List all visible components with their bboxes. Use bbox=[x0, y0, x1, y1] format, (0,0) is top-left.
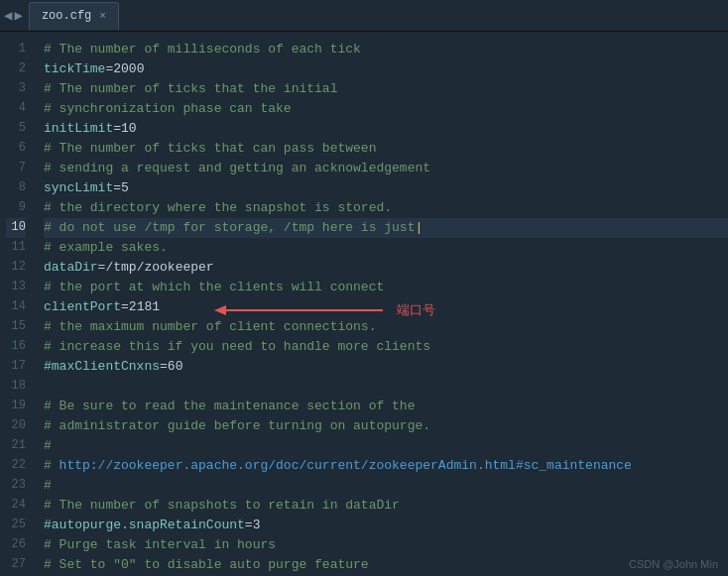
key-text: #maxClientCnxns bbox=[44, 357, 160, 377]
separator: = bbox=[98, 258, 106, 278]
code-line: # bbox=[44, 436, 728, 456]
code-line: tickTime=2000 bbox=[44, 59, 728, 79]
line-number: 10 bbox=[6, 218, 26, 238]
line-number: 17 bbox=[6, 357, 26, 377]
comment-text: # sending a request and getting an ackno… bbox=[44, 159, 430, 178]
code-area[interactable]: 端口号 # The number of milliseconds of each… bbox=[36, 32, 728, 576]
code-line: # The number of ticks that the initial bbox=[44, 79, 728, 99]
separator: = bbox=[245, 516, 253, 535]
comment-text: # The number of ticks that can pass betw… bbox=[44, 139, 376, 159]
line-numbers: 1234567891011121314151617181920212223242… bbox=[0, 32, 36, 576]
tab-bar: ◀ ▶ zoo.cfg × bbox=[0, 0, 728, 32]
separator: = bbox=[160, 357, 168, 377]
editor-body: 1234567891011121314151617181920212223242… bbox=[0, 32, 728, 576]
code-line: syncLimit=5 bbox=[44, 178, 728, 198]
comment-text: # Be sure to read the maintenance sectio… bbox=[44, 397, 415, 416]
key-text: dataDir bbox=[44, 258, 98, 278]
url-comment: # http://zookeeper.apache.org/doc/curren… bbox=[44, 456, 632, 476]
code-line: clientPort=2181 bbox=[44, 297, 728, 317]
code-line: # The number of milliseconds of each tic… bbox=[44, 40, 728, 59]
back-arrow[interactable]: ◀ bbox=[4, 7, 12, 24]
key-text: syncLimit bbox=[44, 178, 113, 198]
code-line: initLimit=10 bbox=[44, 119, 728, 139]
code-line: dataDir=/tmp/zookeeper bbox=[44, 258, 728, 278]
comment-text: # increase this if you need to handle mo… bbox=[44, 337, 430, 357]
code-line: # the port at which the clients will con… bbox=[44, 278, 728, 297]
line-number: 20 bbox=[6, 416, 26, 436]
code-line: #autopurge.snapRetainCount=3 bbox=[44, 516, 728, 535]
key-text: tickTime bbox=[44, 59, 105, 79]
file-tab[interactable]: zoo.cfg × bbox=[29, 2, 119, 30]
line-number: 2 bbox=[6, 59, 26, 79]
code-line: # the maximum number of client connectio… bbox=[44, 317, 728, 337]
nav-arrows: ◀ ▶ bbox=[4, 7, 23, 24]
code-line: # Purge task interval in hours bbox=[44, 535, 728, 555]
comment-text: # bbox=[44, 436, 52, 456]
key-text: #autopurge.snapRetainCount bbox=[44, 516, 245, 535]
line-number: 24 bbox=[6, 496, 26, 516]
comment-text: # Set to "0" to disable auto purge featu… bbox=[44, 555, 369, 575]
comment-text: # Purge task interval in hours bbox=[44, 535, 276, 555]
value-text: 3 bbox=[253, 516, 261, 535]
line-number: 1 bbox=[6, 40, 26, 59]
watermark: CSDN @John Min bbox=[629, 558, 718, 570]
line-number: 27 bbox=[6, 555, 26, 575]
line-number: 19 bbox=[6, 397, 26, 416]
comment-text: # administrator guide before turning on … bbox=[44, 416, 430, 436]
value-text: 2000 bbox=[113, 59, 144, 79]
line-number: 3 bbox=[6, 79, 26, 99]
line-number: 25 bbox=[6, 516, 26, 535]
comment-text: # The number of snapshots to retain in d… bbox=[44, 496, 400, 516]
line-number: 14 bbox=[6, 297, 26, 317]
line-number: 22 bbox=[6, 456, 26, 476]
comment-text: # the directory where the snapshot is st… bbox=[44, 198, 392, 218]
tab-close-button[interactable]: × bbox=[99, 10, 106, 22]
cursor bbox=[415, 218, 423, 238]
comment-text: # The number of ticks that the initial bbox=[44, 79, 337, 99]
code-line: # increase this if you need to handle mo… bbox=[44, 337, 728, 357]
key-text: initLimit bbox=[44, 119, 113, 139]
code-line: # sending a request and getting an ackno… bbox=[44, 159, 728, 178]
code-line: # Set to "0" to disable auto purge featu… bbox=[44, 555, 728, 575]
value-text: 5 bbox=[121, 178, 129, 198]
code-line: #maxClientCnxns=60 bbox=[44, 357, 728, 377]
comment-text: # the maximum number of client connectio… bbox=[44, 317, 376, 337]
code-line: # http://zookeeper.apache.org/doc/curren… bbox=[44, 456, 728, 476]
line-number: 23 bbox=[6, 476, 26, 496]
value-text: 10 bbox=[121, 119, 137, 139]
key-text: clientPort bbox=[44, 297, 121, 317]
code-line: # The number of ticks that can pass betw… bbox=[44, 139, 728, 159]
separator: = bbox=[113, 119, 121, 139]
line-number: 13 bbox=[6, 278, 26, 297]
code-line: # example sakes. bbox=[44, 238, 728, 258]
code-line: # administrator guide before turning on … bbox=[44, 416, 728, 436]
code-line: # the directory where the snapshot is st… bbox=[44, 198, 728, 218]
comment-text: # do not use /tmp for storage, /tmp here… bbox=[44, 218, 415, 238]
comment-text: # example sakes. bbox=[44, 238, 168, 258]
forward-arrow[interactable]: ▶ bbox=[14, 7, 22, 24]
tab-filename: zoo.cfg bbox=[42, 9, 91, 23]
comment-text: # synchronization phase can take bbox=[44, 99, 292, 119]
comment-text: # the port at which the clients will con… bbox=[44, 278, 384, 297]
separator: = bbox=[121, 297, 129, 317]
comment-text: # bbox=[44, 476, 52, 496]
line-number: 18 bbox=[6, 377, 26, 397]
value-text: 2181 bbox=[129, 297, 160, 317]
line-number: 15 bbox=[6, 317, 26, 337]
editor-window: ◀ ▶ zoo.cfg × 12345678910111213141516171… bbox=[0, 0, 728, 576]
line-number: 11 bbox=[6, 238, 26, 258]
line-number: 4 bbox=[6, 99, 26, 119]
line-number: 26 bbox=[6, 535, 26, 555]
line-number: 21 bbox=[6, 436, 26, 456]
separator: = bbox=[113, 178, 121, 198]
value-text: /tmp/zookeeper bbox=[105, 258, 213, 278]
code-line: # Be sure to read the maintenance sectio… bbox=[44, 397, 728, 416]
code-line: # bbox=[44, 476, 728, 496]
code-line: # synchronization phase can take bbox=[44, 99, 728, 119]
line-number: 5 bbox=[6, 119, 26, 139]
line-number: 6 bbox=[6, 139, 26, 159]
line-number: 9 bbox=[6, 198, 26, 218]
comment-text: # The number of milliseconds of each tic… bbox=[44, 40, 361, 59]
line-number: 12 bbox=[6, 258, 26, 278]
line-number: 7 bbox=[6, 159, 26, 178]
